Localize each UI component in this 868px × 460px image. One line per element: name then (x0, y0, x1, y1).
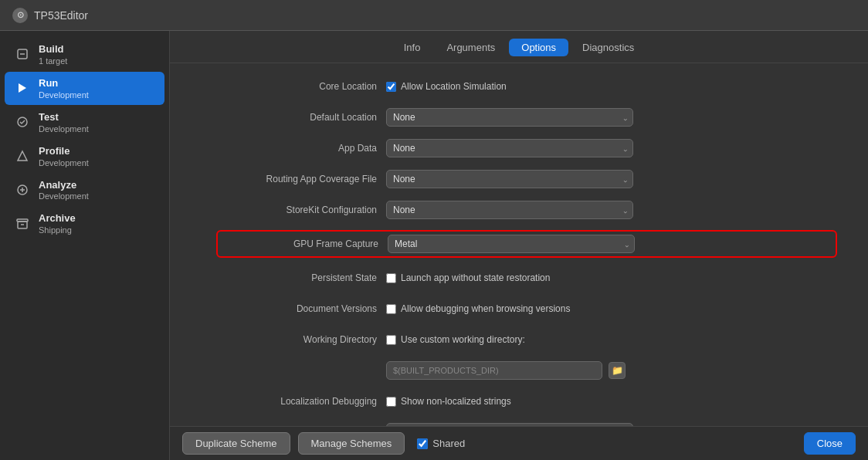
header: ⊙ TP53Editor (0, 0, 868, 31)
sidebar-item-test[interactable]: Test Development (5, 106, 164, 139)
routing-app-control: None (386, 170, 837, 188)
persistent-state-row: Persistent State Launch app without stat… (216, 267, 837, 289)
storekit-dropdown[interactable]: None (386, 201, 633, 219)
working-dir-path-row: $(BUILT_PRODUCTS_DIR) 📁 (216, 360, 837, 381)
analyze-sub: Development (39, 191, 89, 201)
shared-checkbox-label[interactable]: Shared (417, 438, 465, 449)
doc-versions-text: Allow debugging when browsing versions (401, 303, 570, 314)
storekit-row: StoreKit Configuration None (216, 199, 837, 221)
app-data-row: App Data None (216, 137, 837, 159)
content-area: Info Arguments Options Diagnostics Core … (170, 31, 868, 460)
svg-marker-2 (19, 83, 26, 93)
build-title: Build (39, 43, 67, 56)
profile-sub: Development (39, 158, 89, 167)
core-location-label: Core Location (216, 81, 386, 92)
routing-app-dropdown-wrap: None (386, 170, 633, 188)
routing-app-label: Routing App Coverage File (216, 174, 386, 184)
localization-checkbox-label[interactable]: Show non-localized strings (386, 396, 511, 407)
doc-versions-row: Document Versions Allow debugging when b… (216, 298, 837, 320)
archive-title: Archive (39, 212, 76, 225)
run-icon (14, 79, 31, 96)
app-language-dropdown-wrap: System Language (386, 423, 633, 426)
localization-checkbox[interactable] (386, 397, 396, 407)
localization-text: Show non-localized strings (401, 396, 511, 407)
working-dir-path[interactable]: $(BUILT_PRODUCTS_DIR) (386, 361, 602, 380)
doc-versions-checkbox[interactable] (386, 304, 396, 314)
tab-bar: Info Arguments Options Diagnostics (170, 31, 868, 63)
localization-row: Localization Debugging Show non-localize… (216, 391, 837, 412)
localization-control: Show non-localized strings (386, 396, 837, 407)
persistent-state-text: Launch app without state restoration (401, 272, 550, 283)
doc-versions-label: Document Versions (216, 303, 386, 314)
test-icon (14, 113, 31, 130)
archive-sub: Shipping (39, 225, 76, 235)
working-dir-path-control: $(BUILT_PRODUCTS_DIR) 📁 (386, 361, 837, 380)
main-layout: Build 1 target Run Development (0, 31, 868, 460)
routing-app-dropdown[interactable]: None (386, 170, 633, 188)
app-data-dropdown-wrap: None (386, 139, 633, 157)
doc-versions-checkbox-label[interactable]: Allow debugging when browsing versions (386, 303, 570, 314)
sidebar-item-run[interactable]: Run Development (5, 72, 164, 105)
storekit-control: None (386, 201, 837, 219)
working-dir-checkbox-label[interactable]: Use custom working directory: (386, 334, 525, 345)
duplicate-scheme-button[interactable]: Duplicate Scheme (182, 432, 290, 455)
shared-checkbox[interactable] (417, 438, 428, 449)
settings-panel: Core Location Allow Location Simulation … (170, 63, 868, 426)
close-button[interactable]: Close (804, 432, 856, 455)
test-sub: Development (39, 124, 89, 134)
sidebar: Build 1 target Run Development (0, 31, 170, 460)
localization-label: Localization Debugging (216, 396, 386, 407)
build-icon (14, 46, 31, 63)
window-title: TP53Editor (34, 9, 88, 22)
gpu-frame-label: GPU Frame Capture (218, 238, 388, 249)
gpu-frame-control: Metal (388, 235, 829, 253)
working-dir-control: Use custom working directory: (386, 334, 837, 345)
persistent-state-control: Launch app without state restoration (386, 272, 837, 283)
profile-icon (14, 147, 31, 164)
persistent-state-label: Persistent State (216, 272, 386, 283)
persistent-state-checkbox-label[interactable]: Launch app without state restoration (386, 272, 550, 283)
default-location-label: Default Location (216, 112, 386, 123)
bottom-bar: Duplicate Scheme Manage Schemes Shared C… (170, 426, 868, 460)
folder-browse-button[interactable]: 📁 (609, 362, 626, 379)
gpu-frame-dropdown-wrap: Metal (388, 235, 635, 253)
run-title: Run (39, 77, 89, 90)
core-location-checkbox-label[interactable]: Allow Location Simulation (386, 81, 507, 92)
default-location-dropdown-wrap: None (386, 108, 633, 127)
svg-rect-9 (17, 219, 28, 222)
analyze-icon (14, 181, 31, 198)
sidebar-item-archive[interactable]: Archive Shipping (5, 207, 164, 240)
core-location-control: Allow Location Simulation (386, 81, 837, 92)
working-dir-checkbox[interactable] (386, 335, 396, 345)
gpu-frame-dropdown[interactable]: Metal (388, 235, 635, 253)
app-data-label: App Data (216, 143, 386, 154)
build-sub: 1 target (39, 56, 67, 66)
core-location-checkbox-text: Allow Location Simulation (401, 81, 507, 92)
manage-schemes-button[interactable]: Manage Schemes (298, 432, 405, 455)
tab-options[interactable]: Options (509, 39, 568, 56)
persistent-state-checkbox[interactable] (386, 273, 396, 283)
gpu-frame-row: GPU Frame Capture Metal (216, 230, 837, 258)
core-location-checkbox[interactable] (386, 82, 396, 92)
app-data-dropdown[interactable]: None (386, 139, 633, 157)
default-location-dropdown[interactable]: None (386, 108, 633, 127)
storekit-dropdown-wrap: None (386, 201, 633, 219)
tab-arguments[interactable]: Arguments (434, 39, 507, 56)
shared-text: Shared (432, 438, 465, 449)
archive-icon (14, 215, 31, 232)
app-icon: ⊙ (12, 8, 28, 23)
default-location-control: None (386, 108, 837, 127)
tab-info[interactable]: Info (392, 39, 433, 56)
sidebar-item-analyze[interactable]: Analyze Development (5, 174, 164, 207)
analyze-title: Analyze (39, 179, 89, 192)
profile-title: Profile (39, 145, 89, 158)
working-dir-row: Working Directory Use custom working dir… (216, 329, 837, 350)
working-dir-label: Working Directory (216, 334, 386, 345)
storekit-label: StoreKit Configuration (216, 205, 386, 215)
doc-versions-control: Allow debugging when browsing versions (386, 303, 837, 314)
working-dir-text: Use custom working directory: (401, 334, 525, 345)
app-language-dropdown[interactable]: System Language (386, 423, 633, 426)
sidebar-item-build[interactable]: Build 1 target (5, 38, 164, 71)
tab-diagnostics[interactable]: Diagnostics (570, 39, 646, 56)
sidebar-item-profile[interactable]: Profile Development (5, 140, 164, 173)
